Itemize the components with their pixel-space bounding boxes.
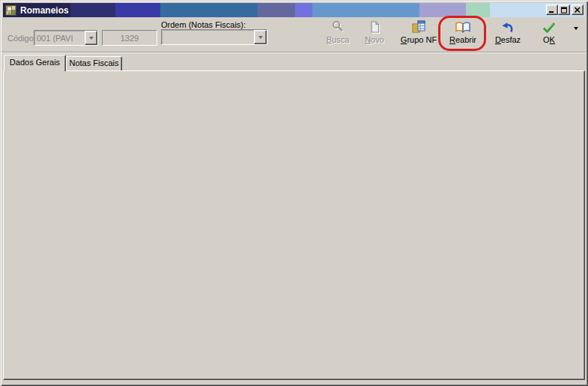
ordem-combo[interactable] [161, 29, 267, 45]
maximize-button[interactable] [558, 4, 570, 15]
close-button[interactable] [572, 4, 584, 15]
new-document-icon [367, 19, 382, 34]
novo-button[interactable]: Novo [357, 19, 392, 49]
desfaz-button[interactable]: Desfaz [488, 19, 527, 49]
minimize-icon [548, 7, 556, 13]
grupo-nf-button[interactable]: Grupo NF [395, 19, 442, 49]
reabrir-button[interactable]: Reabrir [444, 19, 482, 49]
minimize-button[interactable] [546, 4, 558, 15]
window-title: Romaneios [20, 5, 69, 16]
toolbar-separator [1, 52, 587, 53]
codigo-number-field[interactable] [102, 30, 157, 46]
search-icon [330, 19, 345, 34]
ok-button[interactable]: OK [533, 19, 566, 49]
maximize-icon [560, 7, 568, 13]
chevron-down-icon [574, 27, 578, 41]
app-window: Romaneios Código: 001 (PAVI Ordem (Notas… [0, 0, 588, 386]
close-icon [574, 7, 581, 13]
tab-page [3, 70, 585, 380]
app-icon [5, 4, 17, 16]
green-check-icon [542, 19, 557, 34]
codigo-combo-arrow [85, 31, 97, 45]
ordem-label: Ordem (Notas Fiscais): [161, 20, 246, 29]
codigo-toolbar-label: Código: [7, 34, 36, 43]
codigo-combo-value: 001 (PAVI [34, 34, 85, 43]
chevron-down-icon [258, 36, 263, 41]
toolbar-overflow-button[interactable] [574, 30, 578, 39]
undo-arrow-icon [500, 19, 515, 34]
busca-button[interactable]: Busca [321, 19, 355, 49]
tab-notas-fiscais[interactable]: Notas Fiscais [66, 56, 122, 70]
window-controls [546, 4, 584, 15]
ordem-combo-arrow [254, 30, 267, 44]
documents-group-icon [411, 19, 426, 34]
title-bar[interactable]: Romaneios [3, 3, 585, 17]
chevron-down-icon [89, 37, 94, 42]
tab-dados-gerais[interactable]: Dados Gerais [4, 55, 66, 71]
open-book-icon [455, 19, 471, 34]
codigo-combo[interactable]: 001 (PAVI [34, 30, 98, 46]
